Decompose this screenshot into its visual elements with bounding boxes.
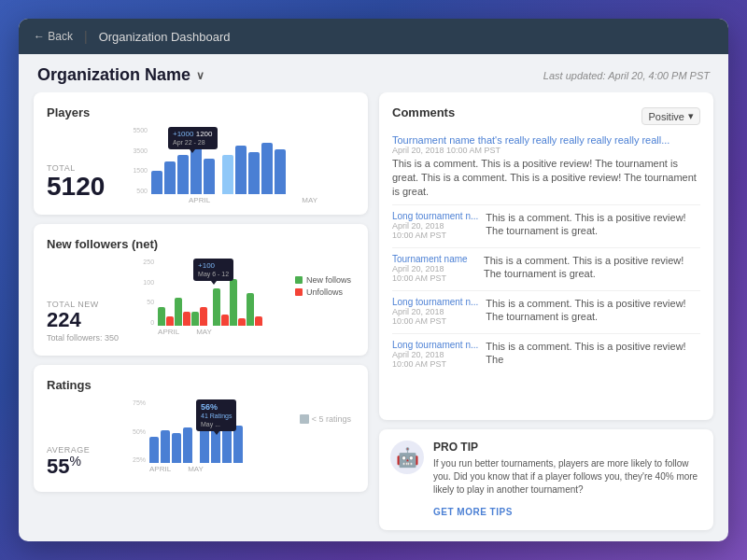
bar-may-4 (261, 143, 273, 194)
bar-april-3 (177, 155, 189, 194)
ratings-card: Ratings AVERAGE 55% 75% (34, 365, 368, 492)
comment-left-2: Long tournament n... April 20, 2018 10:0… (392, 297, 478, 328)
comment-link-2[interactable]: Long tournament n... (392, 297, 478, 307)
bar-follows-4 (213, 288, 220, 326)
pro-tip-title: PRO TIP (433, 441, 702, 454)
org-name-label: Organization Name (37, 65, 190, 85)
filter-label: Positive (648, 111, 684, 122)
bar-april-5 (204, 159, 215, 194)
bar-april-4 (190, 147, 202, 194)
topbar: ← Back | Organization Dashboard (19, 19, 728, 54)
legend-new-follows: New follows (306, 275, 351, 285)
pro-tip-text: If you run better tournaments, players a… (433, 457, 702, 497)
content-area: Organization Name ∨ Last updated: April … (19, 54, 728, 541)
players-tooltip: +1000 1200 Apr 22 - 28 (168, 127, 218, 149)
comment-link-1[interactable]: Tournament name (392, 254, 476, 264)
followers-stat-row: TOTAL NEW 224 Total followers: 350 250 1… (47, 259, 355, 343)
pro-tip-content: PRO TIP If you run better tournaments, p… (433, 441, 702, 519)
comment-link-3[interactable]: Long tournament n... (392, 340, 478, 350)
pro-tip-card: 🤖 PRO TIP If you run better tournaments,… (379, 429, 713, 530)
ratings-title: Ratings (47, 378, 355, 392)
comment-date-first: April 20, 2018 10:00 AM PST (392, 146, 700, 155)
bar-unfollows-2 (183, 312, 190, 326)
bar-may-3 (248, 152, 260, 194)
total-followers: Total followers: 350 (47, 333, 119, 343)
players-stat-row: TOTAL 5120 5500 3500 1500 500 (47, 127, 355, 202)
comment-first: Tournament name that's really really rea… (392, 134, 700, 205)
ratings-bar-may-3 (222, 427, 232, 463)
dashboard-grid: Players TOTAL 5120 5500 3500 (19, 92, 728, 541)
comments-list: Long tournament n... April 20, 2018 10:0… (392, 211, 700, 376)
players-stat-block: TOTAL 5120 (47, 163, 112, 202)
followers-legend: New follows Unfollows (295, 275, 351, 297)
ratings-tooltip: 56% 41 Ratings May ... (196, 399, 236, 431)
ratings-stat-row: AVERAGE 55% 75% 50% 25% (47, 399, 355, 479)
players-stat-value: 5120 (47, 173, 112, 202)
bar-unfollows-4 (221, 315, 229, 326)
comment-date-2: April 20, 2018 10:00 AM PST (392, 307, 478, 326)
players-title: Players (47, 105, 355, 119)
bar-may-1 (222, 155, 233, 194)
comment-link-first[interactable]: Tournament name that's really really rea… (392, 134, 700, 146)
comment-text-2: This is a comment. This is a positive re… (486, 297, 700, 325)
comments-card: Comments Positive ▾ Tournament name that… (379, 92, 713, 420)
comments-title: Comments (392, 105, 455, 119)
right-column: Comments Positive ▾ Tournament name that… (379, 92, 713, 530)
comment-item-0: Long tournament n... April 20, 2018 10:0… (392, 211, 700, 248)
players-card: Players TOTAL 5120 5500 3500 (34, 92, 368, 215)
bar-unfollows-3 (200, 307, 207, 326)
bar-follows-1 (158, 307, 165, 326)
ratings-bar-april-4 (183, 427, 192, 463)
bar-may-2 (235, 146, 247, 194)
last-updated: Last updated: April 20, 4:00 PM PST (543, 70, 710, 81)
bar-april-1 (151, 171, 162, 194)
bar-follows-3 (191, 312, 199, 326)
bar-april-2 (164, 161, 176, 194)
legend-unfollows: Unfollows (306, 287, 343, 297)
comment-left-1: Tournament name April 20, 2018 10:00 AM … (392, 254, 476, 285)
ratings-stat-block: AVERAGE 55% (47, 445, 112, 479)
get-tips-link[interactable]: GET MORE TIPS (433, 507, 513, 517)
comment-text-0: This is a comment. This is a positive re… (486, 211, 700, 239)
followers-title: New followers (net) (47, 237, 355, 251)
comment-date-0: April 20, 2018 10:00 AM PST (392, 221, 478, 240)
comment-left-3: Long tournament n... April 20, 2018 10:0… (392, 340, 478, 371)
comments-header: Comments Positive ▾ (392, 105, 700, 127)
ratings-bar-may-4 (233, 426, 243, 463)
players-chart: 5500 3500 1500 500 +1000 1200 (121, 127, 355, 202)
followers-stat-value: 224 (47, 309, 119, 331)
ratings-bar-april-2 (161, 430, 170, 463)
comment-link-0[interactable]: Long tournament n... (392, 211, 478, 221)
back-button[interactable]: ← Back (34, 30, 73, 43)
robot-icon: 🤖 (390, 441, 424, 474)
comment-text-first: This is a comment. This is a positive re… (392, 157, 700, 199)
ratings-bar-april-3 (172, 433, 181, 463)
chevron-down-icon-filter: ▾ (688, 110, 694, 122)
comment-text-1: This is a comment. This is a positive re… (484, 254, 700, 282)
followers-tooltip: +100 May 6 - 12 (193, 259, 233, 281)
left-column: Players TOTAL 5120 5500 3500 (34, 92, 368, 530)
comment-text-3: This is a comment. This is a positive re… (486, 340, 700, 368)
comments-filter[interactable]: Positive ▾ (641, 107, 700, 125)
followers-card: New followers (net) TOTAL NEW 224 Total … (34, 224, 368, 356)
comment-left-0: Long tournament n... April 20, 2018 10:0… (392, 211, 478, 242)
bar-unfollows-1 (166, 316, 174, 326)
comment-item-3: Long tournament n... April 20, 2018 10:0… (392, 340, 700, 376)
bar-follows-2 (175, 298, 182, 326)
org-header: Organization Name ∨ Last updated: April … (19, 54, 728, 92)
bar-follows-6 (247, 293, 254, 326)
topbar-divider: | (84, 29, 88, 44)
comment-item-2: Long tournament n... April 20, 2018 10:0… (392, 297, 700, 334)
org-name-dropdown[interactable]: Organization Name ∨ (37, 65, 204, 85)
bar-unfollows-6 (255, 316, 262, 326)
bar-unfollows-5 (238, 318, 246, 326)
comment-date-3: April 20, 2018 10:00 AM PST (392, 350, 478, 369)
main-container: ← Back | Organization Dashboard Organiza… (19, 19, 728, 541)
bar-follows-5 (230, 279, 237, 326)
comment-item-1: Tournament name April 20, 2018 10:00 AM … (392, 254, 700, 291)
ratings-bar-april-1 (149, 437, 159, 463)
comment-date-1: April 20, 2018 10:00 AM PST (392, 264, 476, 283)
followers-stat-block: TOTAL NEW 224 Total followers: 350 (47, 300, 119, 343)
topbar-title: Organization Dashboard (99, 30, 231, 44)
chevron-down-icon: ∨ (196, 69, 204, 82)
